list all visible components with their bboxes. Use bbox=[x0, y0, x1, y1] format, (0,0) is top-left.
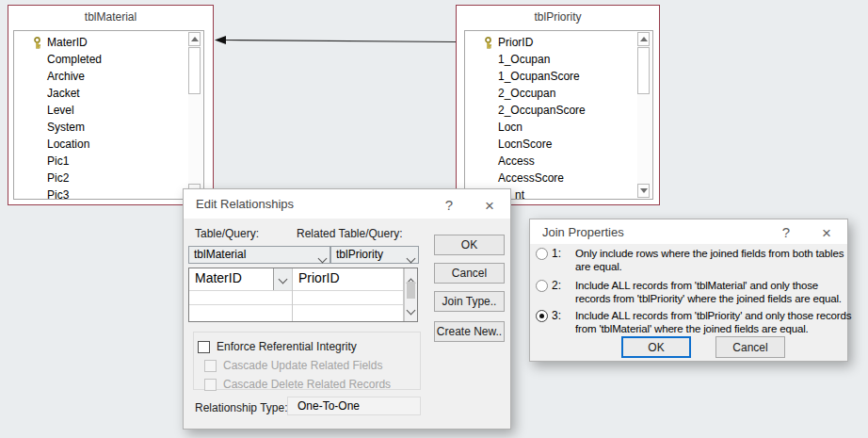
dialog-title: Join Properties bbox=[542, 225, 624, 239]
option-text: Include ALL records from 'tblMaterial' a… bbox=[575, 279, 856, 305]
option-number: 2: bbox=[552, 279, 561, 292]
help-icon[interactable]: ? bbox=[439, 197, 459, 213]
join-option-3[interactable]: 3: Include ALL records from 'tblPriority… bbox=[534, 308, 846, 338]
chevron-down-icon[interactable] bbox=[408, 251, 414, 267]
table-query-value: tblMaterial bbox=[194, 248, 246, 261]
grid-cell[interactable]: PriorID bbox=[293, 268, 403, 291]
cancel-button[interactable]: Cancel bbox=[715, 336, 785, 358]
integrity-group: Enforce Referential Integrity Cascade Up… bbox=[193, 332, 421, 390]
dialog-title: Edit Relationships bbox=[196, 197, 294, 211]
grid-cell-value: PriorID bbox=[298, 270, 340, 285]
grid-cell[interactable] bbox=[293, 291, 403, 305]
join-option-1[interactable]: 1: Only include rows where the joined fi… bbox=[534, 246, 846, 276]
join-type-button[interactable]: Join Type.. bbox=[434, 291, 505, 312]
grid-cell[interactable]: MaterID bbox=[189, 268, 292, 291]
option-text: Include ALL records from 'tblPriority' a… bbox=[575, 309, 856, 335]
checkbox-icon bbox=[204, 360, 217, 372]
grid-cell-value: MaterID bbox=[195, 270, 242, 285]
ok-button[interactable]: OK bbox=[621, 336, 691, 358]
grid-scrollbar[interactable] bbox=[404, 268, 417, 321]
table-query-label: Table/Query: bbox=[195, 227, 259, 240]
ok-button[interactable]: OK bbox=[434, 235, 505, 255]
scrollbar-thumb[interactable] bbox=[407, 282, 415, 299]
join-option-2[interactable]: 2: Include ALL records from 'tblMaterial… bbox=[534, 278, 846, 308]
relationship-type-label: Relationship Type: bbox=[195, 401, 288, 414]
dialog-titlebar[interactable]: Join Properties ? × bbox=[530, 219, 847, 244]
chevron-down-icon[interactable] bbox=[319, 251, 326, 267]
create-new-button[interactable]: Create New.. bbox=[434, 321, 505, 342]
grid-cell[interactable] bbox=[189, 305, 292, 319]
enforce-referential-integrity-row[interactable]: Enforce Referential Integrity bbox=[194, 337, 420, 356]
join-properties-dialog: Join Properties ? × 1: Only include rows… bbox=[529, 219, 848, 362]
chevron-down-icon[interactable] bbox=[273, 268, 292, 290]
option-number: 1: bbox=[552, 247, 561, 260]
relationship-type-value: One-To-One bbox=[287, 397, 421, 415]
cascade-update-row: Cascade Update Related Fields bbox=[194, 356, 420, 375]
arrowhead-icon bbox=[215, 36, 226, 44]
radio-selected-icon[interactable] bbox=[536, 310, 548, 322]
option-number: 3: bbox=[552, 309, 561, 322]
checkbox-icon bbox=[204, 379, 217, 391]
help-icon[interactable]: ? bbox=[776, 224, 796, 240]
checkbox-icon[interactable] bbox=[198, 341, 210, 353]
dialog-titlebar[interactable]: Edit Relationships ? × bbox=[184, 189, 510, 219]
close-icon[interactable]: × bbox=[479, 197, 500, 216]
scroll-down-icon[interactable] bbox=[408, 300, 414, 317]
related-table-query-label: Related Table/Query: bbox=[297, 227, 403, 240]
table-query-combobox[interactable]: tblMaterial bbox=[188, 246, 330, 264]
radio-icon[interactable] bbox=[536, 280, 548, 292]
cascade-delete-label: Cascade Delete Related Records bbox=[223, 378, 391, 391]
related-table-query-value: tblPriority bbox=[336, 248, 383, 261]
option-text: Only include rows where the joined field… bbox=[575, 247, 856, 273]
radio-icon[interactable] bbox=[536, 248, 548, 260]
close-icon[interactable]: × bbox=[816, 224, 837, 243]
cancel-button[interactable]: Cancel bbox=[434, 263, 505, 284]
edit-relationships-dialog: Edit Relationships ? × Table/Query: Rela… bbox=[183, 188, 511, 430]
cascade-update-label: Cascade Update Related Fields bbox=[223, 359, 382, 372]
cascade-delete-row: Cascade Delete Related Records bbox=[194, 375, 420, 394]
grid-cell[interactable] bbox=[293, 305, 403, 319]
related-table-query-combobox[interactable]: tblPriority bbox=[330, 246, 419, 264]
join-fields-grid: MaterID PriorID bbox=[188, 268, 418, 322]
grid-cell[interactable] bbox=[189, 291, 292, 305]
enforce-referential-integrity-label: Enforce Referential Integrity bbox=[217, 340, 357, 353]
